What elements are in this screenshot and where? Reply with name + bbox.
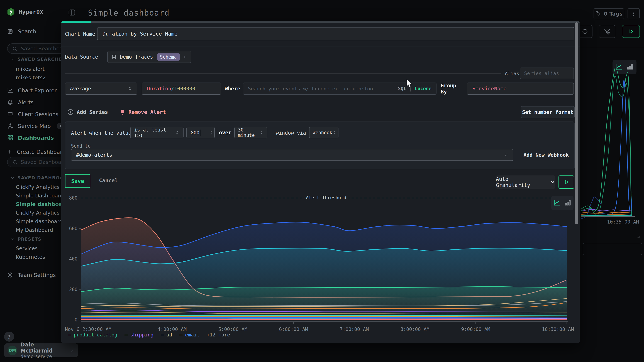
bell-icon [7,99,13,105]
cancel-button[interactable]: Cancel [97,174,120,187]
svg-text:10:30:00 AM: 10:30:00 AM [542,327,574,332]
user-menu[interactable]: DM Dale McDiarmid demo-service - [4,344,78,357]
series-alias-input[interactable]: Series alias [520,68,574,79]
sidebar-collapse-button[interactable] [68,8,76,16]
progress-bar [61,21,580,23]
saved-search-item[interactable]: mikes tets2 [16,74,46,81]
help-button[interactable]: ? [4,332,14,342]
saved-dashboard-item[interactable]: Simple Dashboard [16,192,63,199]
duration-chart: 0200400600800Nov 6 2:30:00 AM4:00:00 AM5… [61,189,580,332]
group-by-label: Group By [440,83,464,95]
chart-name-input[interactable]: Duration by Service Name [97,27,574,40]
series-salmon [81,218,567,297]
svg-text:Nov 6 2:30:00 AM: Nov 6 2:30:00 AM [65,327,112,332]
number-stepper[interactable] [207,127,214,138]
filter-button[interactable] [599,25,616,38]
group-by-input[interactable]: ServiceName [467,83,574,95]
time-range-button[interactable] [578,25,592,38]
chevron-down-icon [10,176,15,180]
bar-chart-icon[interactable] [564,199,572,207]
preset-item[interactable]: Services [16,244,38,252]
sidebar-item-chart-explorer[interactable]: Chart Explorer [7,86,57,95]
sidebar-item-client-sessions[interactable]: Client Sessions [7,110,58,119]
caret-down-icon[interactable] [209,133,213,135]
aggregation-field-input[interactable]: Duration/1000000 [142,83,221,95]
granularity-select[interactable]: Auto Granularity [496,176,555,189]
run-query-button[interactable] [622,25,640,38]
alert-threshold-input[interactable]: 800 [186,127,215,138]
saved-dashboard-item[interactable]: Simple dashboard [16,217,62,225]
saved-dashboard-item[interactable]: ClickPy Analytics [16,209,60,217]
data-source-select[interactable]: Demo Traces Schema [107,51,192,63]
alert-threshold-label: Alert Threshold [304,195,348,200]
search-doc-icon [7,28,13,34]
saved-searches-header[interactable]: SAVED SEARCHES [10,57,66,62]
saved-dashboard-item[interactable]: My Dashboard [16,226,53,234]
series-green [81,287,567,292]
save-button[interactable]: Save [65,174,90,188]
more-menu-button[interactable] [628,8,640,19]
select-chevrons-icon [332,130,336,136]
background-panel-placeholder [583,243,642,255]
select-chevrons-icon [260,130,264,136]
legend-item: —email [180,332,200,338]
edit-chart-modal: Chart Name Duration by Service Name Data… [61,21,580,344]
legend-item: —product-catalog [68,332,117,338]
tags-button[interactable]: 0 Tags [594,8,624,19]
modal-scrollbar[interactable] [575,22,578,224]
background-chart-time-label: 10:35:00 AM [598,219,639,225]
create-dashboard-button[interactable]: Create Dashboard [7,148,66,156]
field-denominator: 1000000 [174,86,195,92]
select-chevrons-icon [128,86,132,92]
chart-type-toggle[interactable] [551,196,574,210]
alert-window-select[interactable]: 30 minute [234,127,267,138]
series-teal [81,315,567,316]
page-title: Simple dashboard [88,8,170,17]
play-icon [563,179,570,185]
app-name: HyperDX [18,8,43,15]
preview-run-button[interactable] [558,176,574,189]
add-series-button[interactable]: Add Series [67,109,108,115]
set-number-format-button[interactable]: Set number format [521,106,574,118]
divider [65,73,501,74]
sidebar-item-team-settings[interactable]: Team Settings [7,271,56,279]
avatar: DM [8,346,17,355]
svg-text:9:00:00 AM: 9:00:00 AM [461,327,490,332]
caret-up-icon[interactable] [209,130,213,133]
sidebar-item-search[interactable]: Search [7,27,36,36]
sidebar-item-alerts[interactable]: Alerts [7,98,34,107]
sql-toggle[interactable]: SQL [398,86,406,91]
saved-dashboard-item[interactable]: Simple dashboard [16,200,68,208]
schema-badge[interactable]: Schema [157,53,180,61]
add-new-webhook-button[interactable]: Add New Webhook [519,149,573,161]
line-chart-icon[interactable] [553,199,561,207]
magnifier-icon [12,46,18,51]
lucene-toggle[interactable]: Lucene [415,86,432,91]
preset-item[interactable]: Kubernetes [16,253,45,261]
remove-alert-button[interactable]: Remove Alert [120,109,166,115]
filter-icon [604,28,611,35]
series-gold [81,316,567,317]
alert-channel-select[interactable]: Webhook [309,127,338,138]
app-logo[interactable]: HyperDX [7,8,43,16]
svg-text:7:00:00 AM: 7:00:00 AM [340,327,369,332]
legend-more-link[interactable]: +12 more [207,332,230,338]
sidebar-item-dashboards[interactable]: Dashboards [7,134,54,142]
presets-header[interactable]: PRESETS [10,237,42,242]
background-mini-chart [581,68,642,219]
series-khaki [81,312,567,313]
select-chevrons-icon [504,152,508,158]
send-to-select[interactable]: #demo-alerts [71,149,514,161]
resize-handle-icon[interactable] [635,233,640,239]
select-chevrons-icon [183,54,188,60]
aggregation-function-select[interactable]: Average [65,83,137,95]
gear-icon [7,272,13,278]
saved-search-item[interactable]: mikes alert [16,65,44,73]
svg-text:200: 200 [69,287,78,292]
series-cyan [81,248,567,266]
saved-dashboard-item[interactable]: ClickPy Analytics [16,183,60,191]
panel-divider [580,241,644,241]
divider [61,46,580,46]
alert-condition-select[interactable]: is at least (≥) [130,127,184,138]
dots-vertical-icon [631,11,636,17]
